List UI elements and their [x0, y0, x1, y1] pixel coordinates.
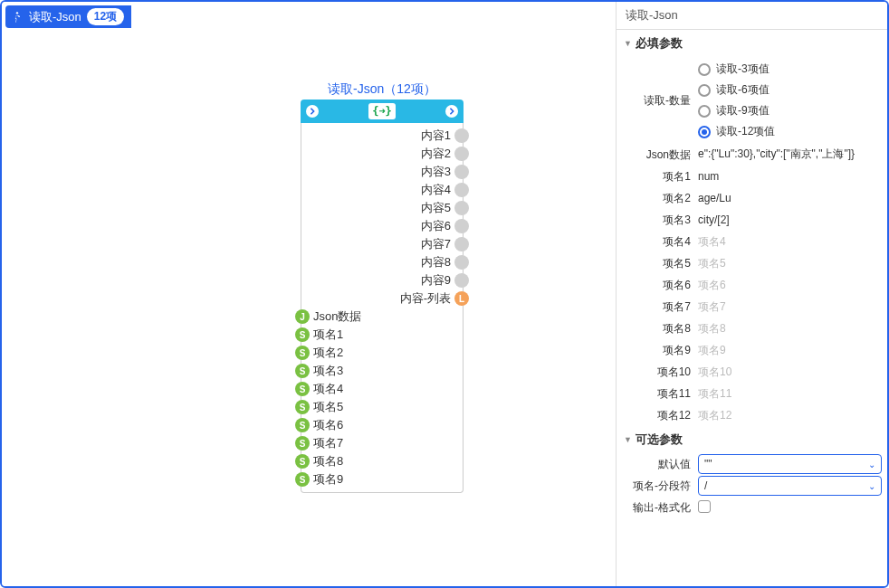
prop-name-field: 项名8 [617, 318, 887, 339]
port-label: 项名8 [313, 453, 343, 469]
header-tag: 读取-Json 12项 [5, 5, 131, 28]
port-dot-string-icon[interactable]: S [295, 327, 310, 342]
port-label: 项名7 [313, 435, 343, 451]
output-port-list[interactable]: 内容-列表 L [301, 289, 463, 308]
output-port[interactable]: 内容6 [301, 217, 463, 235]
output-port[interactable]: 内容4 [301, 181, 463, 199]
port-dot-string-icon[interactable]: S [295, 418, 310, 432]
port-dot-icon[interactable] [454, 255, 469, 270]
chevron-down-icon: ⌄ [868, 460, 875, 469]
port-label: 项名6 [313, 417, 343, 433]
radio-option[interactable]: 读取-12项值 [698, 124, 882, 139]
name-input[interactable] [698, 342, 882, 359]
port-label: 项名3 [313, 363, 343, 379]
port-dot-icon[interactable] [454, 237, 469, 251]
prop-label: 项名8 [617, 321, 698, 337]
props-tab[interactable]: 读取-Json [617, 2, 887, 30]
port-dot-json-icon[interactable]: J [295, 309, 310, 324]
port-label: 内容5 [421, 200, 451, 216]
input-port[interactable]: S项名7 [301, 434, 463, 452]
prop-label: 输出-格式化 [617, 500, 698, 516]
radio-option[interactable]: 读取-9项值 [698, 103, 882, 119]
name-input[interactable] [698, 407, 882, 424]
port-dot-icon[interactable] [454, 147, 469, 161]
name-input[interactable] [698, 364, 882, 381]
port-dot-icon[interactable] [454, 183, 469, 197]
json-data-input[interactable] [698, 147, 882, 164]
prop-name-field: 项名4 [617, 231, 887, 252]
chevron-left-icon[interactable] [306, 105, 319, 118]
radio-icon [698, 84, 711, 97]
port-label: 项名1 [313, 327, 343, 343]
radio-option[interactable]: 读取-6项值 [698, 82, 882, 98]
name-input[interactable] [698, 168, 882, 185]
port-dot-string-icon[interactable]: S [295, 382, 310, 396]
prop-name-field: 项名1 [617, 166, 887, 187]
name-input[interactable] [698, 277, 882, 294]
port-dot-string-icon[interactable]: S [295, 364, 310, 378]
port-dot-list-icon[interactable]: L [454, 291, 469, 306]
default-select[interactable]: "" ⌄ [698, 454, 882, 474]
prop-label: 默认值 [617, 457, 698, 472]
input-port[interactable]: S项名8 [301, 452, 463, 470]
output-port[interactable]: 内容3 [301, 163, 463, 181]
radio-label: 读取-9项值 [716, 103, 770, 119]
port-label: 内容9 [421, 272, 451, 289]
format-checkbox[interactable] [698, 500, 711, 513]
input-port[interactable]: S项名1 [301, 326, 463, 344]
output-port[interactable]: 内容9 [301, 271, 463, 289]
port-dot-string-icon[interactable]: S [295, 436, 310, 450]
input-port[interactable]: S项名2 [301, 344, 463, 362]
header-title: 读取-Json [29, 9, 81, 25]
name-input[interactable] [698, 212, 882, 229]
port-dot-icon[interactable] [454, 273, 469, 288]
port-dot-icon[interactable] [454, 165, 469, 179]
radio-option[interactable]: 读取-3项值 [698, 62, 882, 77]
node-header[interactable]: {➜} [301, 100, 464, 123]
port-dot-icon[interactable] [454, 128, 469, 143]
prop-name-field: 项名11 [617, 383, 887, 404]
name-input[interactable] [698, 299, 882, 316]
section-optional[interactable]: ▼ 可选参数 [617, 426, 887, 453]
port-dot-string-icon[interactable]: S [295, 400, 310, 414]
input-port[interactable]: S项名3 [301, 362, 463, 380]
name-input[interactable] [698, 320, 882, 337]
output-port[interactable]: 内容8 [301, 253, 463, 271]
port-label: 内容1 [421, 128, 451, 144]
name-input[interactable] [698, 190, 882, 207]
delimiter-select[interactable]: / ⌄ [698, 476, 882, 496]
name-input[interactable] [698, 233, 882, 251]
output-port[interactable]: 内容1 [301, 127, 463, 145]
port-label: 项名9 [313, 471, 343, 488]
chevron-down-icon: ⌄ [868, 481, 875, 491]
output-port[interactable]: 内容5 [301, 199, 463, 217]
triangle-down-icon: ▼ [624, 435, 632, 444]
port-label: 内容2 [421, 146, 451, 162]
output-port[interactable]: 内容7 [301, 235, 463, 253]
port-label: 项名4 [313, 381, 343, 397]
canvas[interactable]: 读取-Json 12项 读取-Json（12项） {➜} 内容1内容2内容3内容… [2, 2, 616, 586]
name-input[interactable] [698, 385, 882, 403]
port-dot-icon[interactable] [454, 201, 469, 215]
port-dot-icon[interactable] [454, 219, 469, 233]
prop-label: 读取-数量 [617, 93, 698, 109]
prop-default: 默认值 "" ⌄ [617, 453, 887, 475]
input-port[interactable]: S项名5 [301, 398, 463, 416]
output-port[interactable]: 内容2 [301, 145, 463, 163]
node[interactable]: 读取-Json（12项） {➜} 内容1内容2内容3内容4内容5内容6内容7内容… [301, 81, 464, 493]
radio-label: 读取-3项值 [716, 62, 770, 77]
chevron-right-icon[interactable] [445, 105, 458, 118]
port-label: 内容3 [421, 164, 451, 180]
port-dot-string-icon[interactable]: S [295, 454, 310, 469]
input-port[interactable]: S项名9 [301, 470, 463, 488]
name-input[interactable] [698, 255, 882, 272]
port-dot-string-icon[interactable]: S [295, 472, 310, 487]
input-port[interactable]: S项名4 [301, 380, 463, 398]
radio-icon [698, 63, 711, 76]
input-port-json[interactable]: J Json数据 [301, 308, 463, 326]
section-required[interactable]: ▼ 必填参数 [617, 30, 887, 57]
node-title: 读取-Json（12项） [301, 81, 464, 98]
input-port[interactable]: S项名6 [301, 416, 463, 434]
port-dot-string-icon[interactable]: S [295, 346, 310, 360]
prop-name-field: 项名10 [617, 361, 887, 383]
